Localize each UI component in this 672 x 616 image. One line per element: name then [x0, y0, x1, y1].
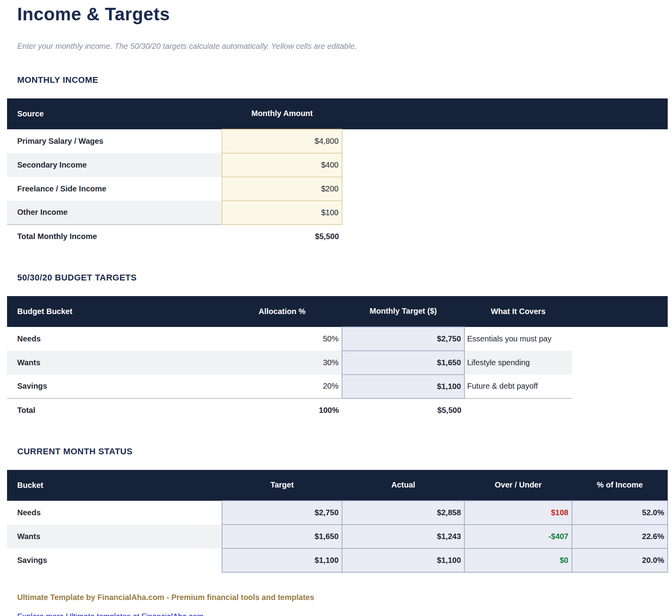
budget-target-cell: $2,750 [342, 327, 464, 351]
budget-allocation: 50% [222, 327, 342, 351]
column-header-monthly-target: Monthly Target ($) [342, 296, 464, 327]
budget-row: Savings 20% $1,100 Future & debt payoff [7, 375, 668, 398]
budget-row: Wants 30% $1,650 Lifestyle spending [7, 351, 668, 375]
header-filler [464, 98, 572, 129]
status-target-cell: $1,100 [222, 548, 342, 572]
column-header-target: Target [222, 470, 342, 501]
budget-covers: Future & debt payoff [464, 375, 572, 398]
status-row: Savings $1,100 $1,100 $0 20.0% [7, 548, 668, 572]
income-total-amount: $5,500 [222, 225, 342, 248]
budget-bucket: Savings [7, 375, 222, 398]
current-month-heading: CURRENT MONTH STATUS [17, 446, 668, 457]
budget-target-cell: $1,100 [342, 375, 464, 398]
status-over-under-cell: $108 [464, 501, 572, 525]
budget-covers: Essentials you must pay [464, 327, 572, 351]
income-amount-cell[interactable]: $200 [222, 177, 342, 201]
status-row: Wants $1,650 $1,243 -$407 22.6% [7, 525, 668, 548]
budget-allocation: 30% [222, 351, 342, 375]
income-row: Freelance / Side Income $200 [7, 177, 668, 201]
footer-branding: Ultimate Template by FinancialAha.com - … [17, 593, 668, 602]
status-bucket: Wants [7, 525, 222, 548]
income-source: Other Income [7, 201, 222, 225]
status-bucket: Needs [7, 501, 222, 525]
income-source: Freelance / Side Income [7, 177, 222, 201]
status-pct-cell: 52.0% [572, 501, 668, 525]
income-total-row: Total Monthly Income $5,500 [7, 225, 668, 248]
column-header-bucket: Bucket [7, 470, 222, 501]
column-header-monthly-amount: Monthly Amount [222, 98, 342, 129]
column-header-source: Source [7, 98, 222, 129]
budget-total-row: Total 100% $5,500 [7, 398, 668, 422]
budget-bucket: Wants [7, 351, 222, 375]
status-target-cell: $2,750 [222, 501, 342, 525]
income-source: Primary Salary / Wages [7, 129, 222, 153]
column-header-what-it-covers: What It Covers [464, 296, 572, 327]
status-actual-cell: $2,858 [342, 501, 464, 525]
budget-total-target: $5,500 [342, 398, 464, 422]
status-over-under-cell: -$407 [464, 525, 572, 548]
monthly-income-table: Source Monthly Amount Primary Salary / W… [7, 98, 668, 248]
budget-row: Needs 50% $2,750 Essentials you must pay [7, 327, 668, 351]
budget-targets-heading: 50/30/20 BUDGET TARGETS [17, 273, 668, 283]
status-target-cell: $1,650 [222, 525, 342, 548]
budget-bucket: Needs [7, 327, 222, 351]
column-header-budget-bucket: Budget Bucket [7, 296, 222, 327]
budget-allocation: 20% [222, 375, 342, 398]
income-source: Secondary Income [7, 153, 222, 177]
column-header-actual: Actual [342, 470, 464, 501]
income-row: Secondary Income $400 [7, 153, 668, 177]
status-bucket: Savings [7, 548, 222, 572]
income-amount-cell[interactable]: $4,800 [222, 129, 342, 153]
income-row: Other Income $100 [7, 201, 668, 225]
header-filler [572, 98, 668, 129]
header-filler [572, 296, 668, 327]
current-month-table: Bucket Target Actual Over / Under % of I… [7, 470, 668, 573]
column-header-allocation: Allocation % [222, 296, 342, 327]
income-amount-cell[interactable]: $400 [222, 153, 342, 177]
income-amount-cell[interactable]: $100 [222, 201, 342, 225]
income-row: Primary Salary / Wages $4,800 [7, 129, 668, 153]
budget-covers: Lifestyle spending [464, 351, 572, 375]
monthly-income-header-row: Source Monthly Amount [7, 98, 668, 129]
column-header-over-under: Over / Under [464, 470, 572, 501]
status-row: Needs $2,750 $2,858 $108 52.0% [7, 501, 668, 525]
page-title: Income & Targets [17, 4, 668, 25]
status-pct-cell: 20.0% [572, 548, 668, 572]
column-header-pct-of-income: % of Income [572, 470, 668, 501]
header-filler [342, 98, 464, 129]
status-actual-cell: $1,243 [342, 525, 464, 548]
budget-total-label: Total [7, 398, 222, 422]
current-month-header-row: Bucket Target Actual Over / Under % of I… [7, 470, 668, 501]
budget-total-allocation: 100% [222, 398, 342, 422]
status-pct-cell: 22.6% [572, 525, 668, 548]
budget-targets-header-row: Budget Bucket Allocation % Monthly Targe… [7, 296, 668, 327]
budget-targets-table: Budget Bucket Allocation % Monthly Targe… [7, 296, 668, 422]
status-over-under-cell: $0 [464, 548, 572, 572]
page-subtitle: Enter your monthly income. The 50/30/20 … [17, 42, 668, 51]
income-total-label: Total Monthly Income [7, 225, 222, 248]
footer-explore-link[interactable]: Explore more Ultimate templates at Finan… [17, 612, 204, 616]
page: Income & Targets Enter your monthly inco… [7, 4, 668, 616]
budget-target-cell: $1,650 [342, 351, 464, 375]
status-actual-cell: $1,100 [342, 548, 464, 572]
monthly-income-heading: MONTHLY INCOME [17, 75, 668, 85]
